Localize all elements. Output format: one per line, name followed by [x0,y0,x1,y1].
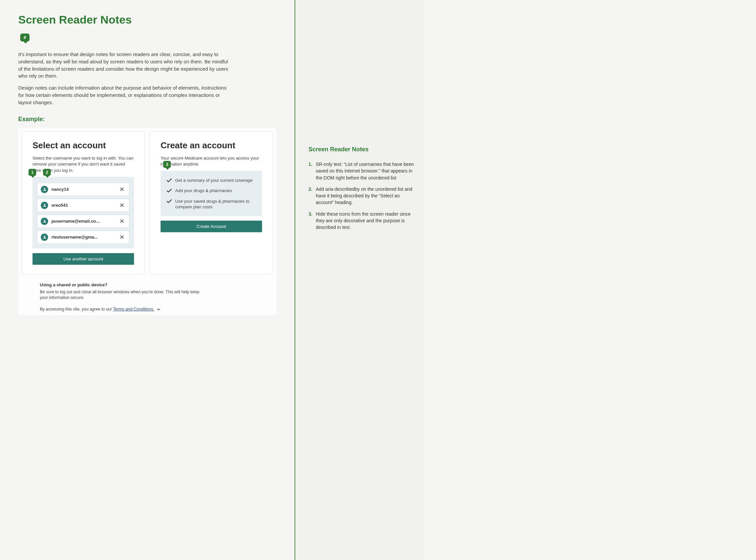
create-account-card: Create an account Your secure Medicare a… [150,132,273,274]
account-row[interactable]: pusername@email.co… ✕ [37,215,129,228]
page-title: Screen Reader Notes [18,13,276,26]
terms-line: By accessing this site, you agree to our… [40,307,255,312]
create-account-subtext: Your secure Medicare account lets you ac… [161,155,262,167]
benefit-item: Use your saved drugs & pharmacies to com… [166,198,256,210]
sidebar-notes-column: Screen Reader Notes SR-only text: “List … [294,0,424,560]
account-username: pusername@email.co… [52,219,115,224]
account-username: nancy14 [52,187,115,192]
check-icon [166,178,172,183]
shared-device-heading: Using a shared or public device? [40,282,255,287]
benefit-text: Add your drugs & pharmacies [175,188,232,194]
intro-paragraph-2: Design notes can include information abo… [18,84,230,106]
hash-annotation-icon: # [20,34,29,41]
example-heading: Example: [18,116,276,123]
sidebar-note-item: Add aria-describedby on the unordered li… [308,186,415,206]
account-list: nancy14 ✕ oreo541 ✕ pusername@email.co… … [33,177,134,248]
create-account-heading: Create an account [161,140,262,151]
account-username: oreo541 [52,203,115,208]
sidebar-heading: Screen Reader Notes [308,146,415,153]
avatar-icon [41,218,48,225]
sidebar-notes-list: SR-only text: “List of usernames that ha… [308,161,415,231]
check-icon [166,199,172,204]
select-account-card: Select an account Select the username yo… [22,132,145,274]
terms-prefix: By accessing this site, you agree to our [40,307,113,312]
annotation-bubble-2: 2 [43,169,51,176]
annotation-bubble-3: 3 [163,161,171,168]
check-icon [166,188,172,193]
remove-account-button[interactable]: ✕ [118,218,126,225]
avatar-icon [41,186,48,193]
remove-account-button[interactable]: ✕ [118,186,126,193]
benefit-text: Get a summary of your current coverage [175,178,252,183]
account-username: rtestusername@gma... [52,235,115,240]
remove-account-button[interactable]: ✕ [118,202,126,209]
account-row[interactable]: rtestusername@gma... ✕ [37,231,129,244]
create-account-button[interactable]: Create Account [161,221,262,232]
benefit-text: Use your saved drugs & pharmacies to com… [175,198,256,210]
select-account-heading: Select an account [33,140,134,151]
account-row[interactable]: nancy14 ✕ [37,183,129,196]
example-frame: Select an account Select the username yo… [18,128,276,315]
intro-paragraph-1: It's important to ensure that design not… [18,51,230,80]
benefit-item: Add your drugs & pharmacies [166,188,256,194]
benefit-item: Get a summary of your current coverage [166,178,256,183]
terms-link[interactable]: Terms and Conditions. [113,307,154,312]
annotation-bubble-1: 1 [28,169,36,176]
below-cards-text: Using a shared or public device? Be sure… [22,274,273,312]
sidebar-note-item: SR-only text: “List of usernames that ha… [308,161,415,181]
benefits-list: Get a summary of your current coverage A… [161,171,262,216]
sidebar-note-item: Hide these icons from the screen reader … [308,211,415,231]
avatar-icon [41,234,48,241]
use-another-account-button[interactable]: Use another account [33,253,134,265]
main-column: Screen Reader Notes # It's important to … [0,0,294,560]
shared-device-text: Be sure to log out and close all browser… [40,289,206,301]
remove-account-button[interactable]: ✕ [118,234,126,241]
account-row[interactable]: oreo541 ✕ [37,199,129,212]
avatar-icon [41,202,48,209]
chevron-down-icon[interactable] [157,307,160,312]
